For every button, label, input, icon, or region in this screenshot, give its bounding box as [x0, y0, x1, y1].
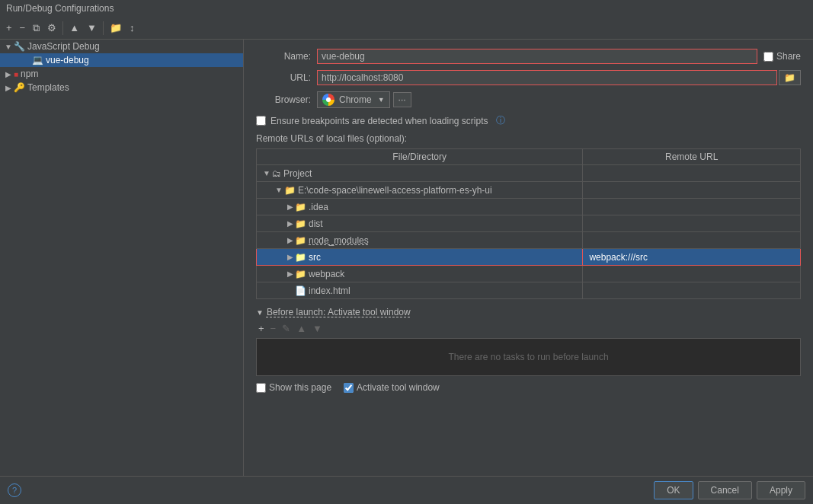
cancel-button[interactable]: Cancel [698, 481, 752, 499]
before-launch-add-button[interactable]: + [256, 322, 267, 335]
ensure-breakpoints-checkbox[interactable] [256, 116, 266, 126]
browser-value: Chrome [339, 94, 372, 105]
before-launch-header[interactable]: ▼ Before launch: Activate tool window [256, 307, 801, 317]
before-launch-edit-button[interactable]: ✎ [280, 322, 293, 335]
url-label: URL: [256, 72, 317, 83]
tree-group-templates[interactable]: ▶ 🔑 Templates [0, 81, 243, 94]
folder-icon: 📁 [295, 252, 306, 263]
ensure-breakpoints-row: Ensure breakpoints are detected when loa… [256, 114, 801, 127]
before-launch-down-button[interactable]: ▼ [310, 322, 325, 335]
tree-node-label: webpack [309, 269, 344, 279]
tree-expand-arrow[interactable]: ▼ [263, 169, 270, 177]
js-debug-icon: 🔧 [14, 41, 25, 52]
separator-2 [103, 21, 104, 35]
move-down-button[interactable]: ▼ [84, 21, 100, 34]
apply-button[interactable]: Apply [757, 481, 805, 499]
empty-tasks-text: There are no tasks to run before launch [448, 352, 608, 362]
npm-arrow: ▶ [3, 70, 14, 78]
js-debug-label: JavaScript Debug [27, 41, 100, 52]
url-row: URL: 📁 [256, 70, 801, 85]
show-page-checkbox[interactable] [256, 383, 266, 393]
remote-url-cell[interactable] [583, 232, 801, 249]
bottom-bar: ? OK Cancel Apply [0, 476, 813, 504]
title-bar: Run/Debug Configurations [0, 0, 813, 17]
bottom-buttons: OK Cancel Apply [654, 481, 805, 499]
remove-config-button[interactable]: − [17, 21, 29, 34]
sort-button[interactable]: ↕ [126, 21, 138, 34]
table-row[interactable]: ▶📁dist [257, 215, 583, 232]
remote-url-cell[interactable] [583, 215, 801, 232]
tree-expand-arrow[interactable]: ▶ [287, 270, 293, 278]
main-toolbar: + − ⧉ ⚙ ▲ ▼ 📁 ↕ [0, 17, 813, 40]
before-launch-up-button[interactable]: ▲ [294, 322, 309, 335]
ok-button[interactable]: OK [654, 481, 693, 499]
js-debug-arrow: ▼ [3, 43, 14, 51]
activate-tool-window-checkbox[interactable] [344, 383, 354, 393]
table-row[interactable]: ▶📁src [257, 249, 583, 266]
share-checkbox[interactable] [763, 52, 773, 62]
remote-url-cell[interactable] [583, 266, 801, 282]
tree-expand-arrow[interactable]: ▶ [287, 253, 293, 261]
tree-expand-arrow[interactable]: ▼ [275, 186, 283, 194]
help-icon[interactable]: ⓘ [496, 114, 505, 127]
add-config-button[interactable]: + [3, 21, 15, 34]
name-row: Name: Share [256, 49, 801, 64]
share-label: Share [776, 51, 801, 62]
tree-group-npm[interactable]: ▶ ■ npm [0, 67, 243, 81]
templates-arrow: ▶ [3, 84, 14, 92]
table-row[interactable]: ▼📁E:\code-space\linewell-access-platform… [257, 182, 583, 199]
vue-debug-label: vue-debug [46, 55, 89, 65]
remote-url-header: Remote URL [583, 149, 801, 165]
tree-node-label: index.html [309, 285, 350, 296]
browser-more-button[interactable]: ··· [393, 92, 411, 107]
name-input[interactable] [317, 49, 757, 64]
config-detail-panel: Name: Share URL: 📁 Browser: Chrome [244, 40, 813, 476]
npm-label: npm [21, 69, 38, 79]
url-input[interactable] [317, 70, 777, 85]
help-button[interactable]: ? [8, 483, 21, 497]
table-row[interactable]: ▶📁webpack [257, 266, 583, 282]
browser-row: Browser: Chrome ▼ ··· [256, 91, 801, 108]
table-row[interactable]: ▶📁node_modules [257, 232, 583, 249]
mapping-table: File/Directory Remote URL ▼🗂Project▼📁E:\… [256, 148, 801, 299]
tree-node-label: E:\code-space\linewell-access-platform-e… [298, 185, 492, 196]
move-up-button[interactable]: ▲ [66, 21, 82, 34]
copy-config-button[interactable]: ⧉ [30, 21, 43, 34]
browser-label: Browser: [256, 94, 317, 105]
url-folder-button[interactable]: 📁 [779, 70, 801, 85]
empty-tasks-area: There are no tasks to run before launch [256, 338, 801, 376]
remote-url-cell[interactable] [583, 249, 801, 266]
folder-icon: 📁 [295, 202, 306, 212]
settings-button[interactable]: ⚙ [44, 21, 59, 34]
remote-url-cell[interactable] [583, 182, 801, 199]
tree-group-js-debug[interactable]: ▼ 🔧 JavaScript Debug [0, 40, 243, 53]
tree-node-label: .idea [309, 202, 328, 212]
before-launch-toolbar: + − ✎ ▲ ▼ [256, 322, 801, 335]
remote-url-cell[interactable] [583, 199, 801, 215]
folder-icon: 📁 [295, 269, 306, 279]
browser-dropdown[interactable]: Chrome ▼ [317, 91, 390, 108]
project-icon: 🗂 [272, 168, 281, 179]
tree-expand-arrow[interactable]: ▶ [287, 236, 293, 244]
remote-url-cell[interactable] [583, 282, 801, 299]
tree-node-label: src [309, 252, 321, 263]
folder-icon: 📁 [284, 185, 296, 196]
chevron-down-icon: ▼ [378, 96, 385, 104]
table-row[interactable]: 📄index.html [257, 282, 583, 299]
before-launch-remove-button[interactable]: − [268, 322, 279, 335]
table-row[interactable]: ▼🗂Project [257, 165, 583, 182]
tree-item-vue-debug[interactable]: 💻 vue-debug [0, 53, 243, 67]
npm-icon: ■ [14, 70, 18, 78]
chrome-icon [322, 94, 334, 106]
table-row[interactable]: ▶📁.idea [257, 199, 583, 215]
folder-button[interactable]: 📁 [107, 21, 125, 34]
show-page-label[interactable]: Show this page [256, 382, 331, 393]
tree-expand-arrow[interactable]: ▶ [287, 203, 293, 211]
tree-expand-arrow[interactable]: ▶ [287, 219, 293, 228]
remote-url-cell[interactable] [583, 165, 801, 182]
separator-1 [62, 21, 63, 35]
file-dir-header: File/Directory [257, 149, 583, 165]
activate-tool-window-label[interactable]: Activate tool window [344, 382, 440, 393]
before-launch-label: Before launch: Activate tool window [267, 307, 411, 317]
remote-url-input[interactable] [589, 252, 794, 263]
